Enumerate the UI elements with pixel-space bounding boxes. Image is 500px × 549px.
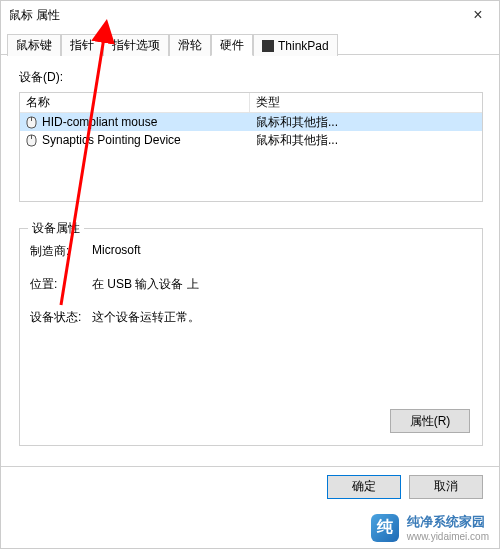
device-type: 鼠标和其他指... [250, 132, 482, 149]
watermark-url: www.yidaimei.com [407, 531, 489, 542]
close-icon: × [473, 6, 482, 24]
title-bar: 鼠标 属性 × [1, 1, 499, 29]
manufacturer-label: 制造商: [30, 243, 92, 260]
column-header-name[interactable]: 名称 [20, 93, 250, 112]
location-label: 位置: [30, 276, 92, 293]
dialog-buttons: 确定 取消 [1, 466, 499, 506]
cancel-button[interactable]: 取消 [409, 475, 483, 499]
tab-thinkpad[interactable]: ThinkPad [253, 34, 338, 56]
tab-pointer-options[interactable]: 指针选项 [103, 34, 169, 56]
mouse-icon [24, 133, 38, 147]
location-value: 在 USB 输入设备 上 [92, 276, 472, 293]
properties-button[interactable]: 属性(R) [390, 409, 470, 433]
watermark: 纯 纯净系统家园 www.yidaimei.com [371, 513, 489, 542]
watermark-title: 纯净系统家园 [407, 513, 489, 531]
ok-button[interactable]: 确定 [327, 475, 401, 499]
watermark-logo-icon: 纯 [371, 514, 399, 542]
device-list-header: 名称 类型 [20, 93, 482, 113]
window-title: 鼠标 属性 [9, 7, 60, 24]
device-properties-group: 设备属性 制造商: Microsoft 位置: 在 USB 输入设备 上 设备状… [19, 228, 483, 446]
tab-hardware[interactable]: 硬件 [211, 34, 253, 56]
mouse-icon [24, 115, 38, 129]
tab-strip: 鼠标键 指针 指针选项 滑轮 硬件 ThinkPad [1, 33, 499, 55]
status-label: 设备状态: [30, 309, 92, 326]
tab-buttons[interactable]: 鼠标键 [7, 34, 61, 56]
group-title: 设备属性 [28, 220, 84, 237]
window: 鼠标 属性 × 鼠标键 指针 指针选项 滑轮 硬件 ThinkPad 设备(D)… [0, 0, 500, 549]
list-item[interactable]: HID-compliant mouse 鼠标和其他指... [20, 113, 482, 131]
manufacturer-value: Microsoft [92, 243, 472, 260]
thinkpad-icon [262, 40, 274, 52]
column-header-type[interactable]: 类型 [250, 94, 482, 111]
device-name: HID-compliant mouse [42, 115, 157, 129]
device-list[interactable]: 名称 类型 HID-compliant mouse 鼠标和其他指... Syn [19, 92, 483, 202]
close-button[interactable]: × [457, 1, 499, 29]
tab-pointers[interactable]: 指针 [61, 34, 103, 56]
device-type: 鼠标和其他指... [250, 114, 482, 131]
tab-wheel[interactable]: 滑轮 [169, 34, 211, 56]
device-name: Synaptics Pointing Device [42, 133, 181, 147]
hardware-pane: 设备(D): 名称 类型 HID-compliant mouse 鼠标和其他指.… [1, 55, 499, 446]
status-value: 这个设备运转正常。 [92, 309, 472, 326]
devices-label: 设备(D): [19, 69, 483, 86]
tab-thinkpad-label: ThinkPad [278, 39, 329, 53]
list-item[interactable]: Synaptics Pointing Device 鼠标和其他指... [20, 131, 482, 149]
